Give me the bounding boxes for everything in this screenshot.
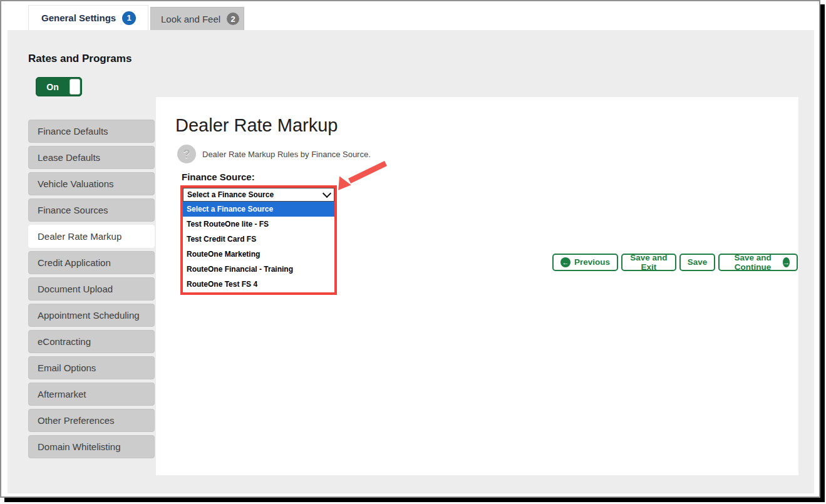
save-label: Save	[688, 257, 708, 267]
tab-badge: 2	[227, 13, 239, 25]
rates-and-programs-heading: Rates and Programs	[28, 53, 132, 65]
page-title: Dealer Rate Markup	[175, 115, 338, 136]
toggle-knob[interactable]	[70, 79, 80, 95]
tab-general-settings[interactable]: General Settings 1	[28, 5, 148, 30]
dropdown-option[interactable]: RouteOne Marketing	[183, 247, 334, 262]
sidebar-item-appointment-scheduling[interactable]: Appointment Scheduling	[28, 304, 155, 327]
save-and-exit-button[interactable]: Save and Exit	[621, 254, 676, 271]
toggle-on-label: On	[36, 78, 69, 96]
sidebar-item-dealer-rate-markup[interactable]: Dealer Rate Markup	[28, 225, 155, 248]
sidebar-item-lease-defaults[interactable]: Lease Defaults	[28, 146, 155, 169]
sidebar-item-label: Credit Application	[38, 257, 111, 268]
sidebar-item-econtracting[interactable]: eContracting	[28, 330, 155, 353]
arrow-right-circle-icon: →	[783, 257, 790, 267]
save-and-continue-button[interactable]: Save and Continue →	[718, 254, 798, 271]
annotation-red-box: Select a Finance Source Select a Finance…	[180, 185, 337, 295]
sidebar-item-label: eContracting	[38, 336, 91, 347]
dropdown-option[interactable]: Test RouteOne lite - FS	[183, 217, 334, 232]
sidebar-item-finance-sources[interactable]: Finance Sources	[28, 198, 155, 222]
sidebar-item-label: Other Preferences	[38, 415, 115, 426]
sidebar-item-other-preferences[interactable]: Other Preferences	[28, 409, 155, 432]
sidebar-item-label: Finance Defaults	[38, 126, 108, 136]
finance-source-select[interactable]: Select a Finance Source	[183, 188, 334, 202]
dropdown-option[interactable]: RouteOne Financial - Training	[183, 262, 334, 277]
sidebar-item-label: Dealer Rate Markup	[38, 231, 121, 242]
question-mark-glyph: ?	[183, 148, 190, 161]
select-value: Select a Finance Source	[187, 190, 274, 199]
finance-source-dropdown-list: Select a Finance Source Test RouteOne li…	[183, 202, 334, 292]
help-icon[interactable]: ?	[177, 145, 196, 163]
dropdown-option[interactable]: Test Credit Card FS	[183, 232, 334, 247]
sidebar-item-label: Aftermarket	[38, 389, 86, 399]
tab-look-and-feel[interactable]: Look and Feel 2	[150, 7, 244, 30]
sidebar-item-domain-whitelisting[interactable]: Domain Whitelisting	[28, 435, 155, 458]
sidebar-item-label: Domain Whitelisting	[38, 441, 121, 452]
footer-button-row: ← Previous Save and Exit Save Save and C…	[552, 253, 798, 271]
sidebar-item-aftermarket[interactable]: Aftermarket	[28, 383, 155, 406]
sidebar-item-label: Email Options	[38, 363, 96, 373]
tab-label: General Settings	[41, 13, 116, 23]
dropdown-option[interactable]: RouteOne Test FS 4	[183, 277, 334, 292]
sidebar-item-vehicle-valuations[interactable]: Vehicle Valuations	[28, 172, 155, 195]
sidebar-item-label: Document Upload	[38, 284, 113, 294]
save-button[interactable]: Save	[679, 254, 716, 271]
previous-button[interactable]: ← Previous	[552, 254, 618, 271]
sidebar-item-finance-defaults[interactable]: Finance Defaults	[28, 120, 155, 143]
save-and-continue-label: Save and Continue	[726, 253, 779, 272]
sidebar-item-label: Finance Sources	[38, 205, 108, 215]
sidebar-item-label: Appointment Scheduling	[38, 310, 140, 321]
tab-label: Look and Feel	[161, 14, 220, 24]
chevron-down-icon	[323, 189, 331, 198]
rates-and-programs-toggle[interactable]: On	[36, 77, 82, 96]
sidebar-item-label: Lease Defaults	[38, 152, 100, 163]
sidebar-item-email-options[interactable]: Email Options	[28, 356, 155, 379]
previous-button-label: Previous	[574, 257, 610, 267]
save-and-exit-label: Save and Exit	[629, 253, 668, 272]
finance-source-label: Finance Source:	[182, 172, 255, 182]
sidebar-item-credit-application[interactable]: Credit Application	[28, 251, 155, 274]
settings-window: General Settings 1 Look and Feel 2 Rates…	[0, 0, 820, 498]
sidebar-item-document-upload[interactable]: Document Upload	[28, 277, 155, 301]
tab-badge: 1	[122, 11, 136, 25]
sidebar-item-label: Vehicle Valuations	[38, 178, 113, 189]
page-description: Dealer Rate Markup Rules by Finance Sour…	[202, 150, 371, 159]
arrow-left-circle-icon: ←	[560, 257, 570, 267]
dropdown-option[interactable]: Select a Finance Source	[183, 202, 334, 217]
